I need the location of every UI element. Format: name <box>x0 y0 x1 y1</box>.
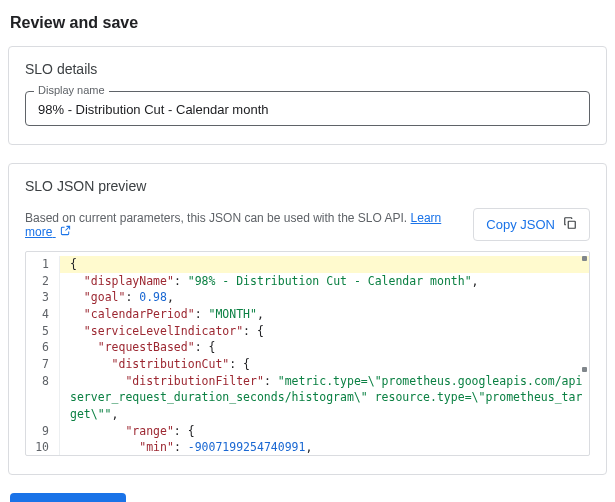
svg-rect-0 <box>568 221 575 228</box>
line-number: 7 <box>26 356 60 373</box>
code-line: 5 "serviceLevelIndicator": { <box>26 323 589 340</box>
json-preview-card: SLO JSON preview Based on current parame… <box>8 163 607 475</box>
code-line: 10 "min": -9007199254740991, <box>26 439 589 456</box>
action-buttons: Create SLO Cancel <box>8 493 607 502</box>
code-line: 6 "requestBased": { <box>26 339 589 356</box>
code-line: 2 "displayName": "98% - Distribution Cut… <box>26 273 589 290</box>
code-content: "range": { <box>60 423 589 440</box>
code-content: "distributionFilter": "metric.type=\"pro… <box>60 373 589 423</box>
line-number: 2 <box>26 273 60 290</box>
line-number: 6 <box>26 339 60 356</box>
copy-icon <box>563 216 577 233</box>
line-number: 3 <box>26 289 60 306</box>
line-number: 5 <box>26 323 60 340</box>
line-number: 8 <box>26 373 60 423</box>
slo-details-title: SLO details <box>25 61 590 77</box>
code-line: 3 "goal": 0.98, <box>26 289 589 306</box>
json-help-text: Based on current parameters, this JSON c… <box>25 211 461 239</box>
json-preview-title: SLO JSON preview <box>25 178 590 194</box>
code-line: 4 "calendarPeriod": "MONTH", <box>26 306 589 323</box>
line-number: 1 <box>26 256 60 273</box>
code-content: "displayName": "98% - Distribution Cut -… <box>60 273 589 290</box>
copy-json-button[interactable]: Copy JSON <box>473 208 590 241</box>
code-content: { <box>60 256 589 273</box>
code-line: 1{ <box>26 256 589 273</box>
code-content: "serviceLevelIndicator": { <box>60 323 589 340</box>
external-link-icon <box>60 225 71 239</box>
slo-details-card: SLO details Display name <box>8 46 607 145</box>
line-number: 4 <box>26 306 60 323</box>
code-line: 7 "distributionCut": { <box>26 356 589 373</box>
code-line: 9 "range": { <box>26 423 589 440</box>
scrollbar-thumb-icon[interactable] <box>582 367 587 372</box>
page-title: Review and save <box>10 14 607 32</box>
scrollbar-thumb-icon[interactable] <box>582 256 587 261</box>
code-line: 8 "distributionFilter": "metric.type=\"p… <box>26 373 589 423</box>
code-content: "min": -9007199254740991, <box>60 439 589 456</box>
code-content: "goal": 0.98, <box>60 289 589 306</box>
code-content: "calendarPeriod": "MONTH", <box>60 306 589 323</box>
json-code-pane[interactable]: 1{2 "displayName": "98% - Distribution C… <box>25 251 590 456</box>
code-content: "distributionCut": { <box>60 356 589 373</box>
line-number: 9 <box>26 423 60 440</box>
display-name-label: Display name <box>34 84 109 96</box>
code-content: "requestBased": { <box>60 339 589 356</box>
display-name-field[interactable]: Display name <box>25 91 590 126</box>
line-number: 10 <box>26 439 60 456</box>
display-name-input[interactable] <box>38 102 577 117</box>
create-slo-button[interactable]: Create SLO <box>10 493 126 502</box>
